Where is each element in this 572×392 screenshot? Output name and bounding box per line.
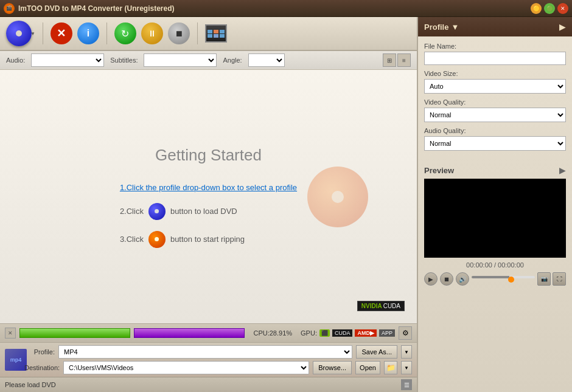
left-panel: ▼ ✕ i ↻ ⏸ ⏹ Audio: Subtitles: bbox=[0, 17, 417, 392]
step-3: 3.Click button to start ripping bbox=[120, 231, 297, 248]
file-name-input[interactable] bbox=[424, 52, 566, 65]
profile-panel-header: Profile ▼ ▶ bbox=[418, 17, 572, 36]
profile-panel-title: Profile ▼ bbox=[424, 22, 459, 32]
play-button[interactable]: ▶ bbox=[424, 272, 438, 286]
gpu-info: GPU: ⬛ CUDA AMD▶ APP bbox=[301, 329, 395, 337]
folder-button[interactable]: 📁 bbox=[384, 361, 397, 374]
snapshot-button[interactable]: 📷 bbox=[537, 272, 551, 286]
step3-post: button to start ripping bbox=[170, 235, 245, 244]
step-1: 1.Click the profile drop-down box to sel… bbox=[120, 183, 297, 192]
file-icon-img: mp4 bbox=[5, 349, 27, 371]
fullscreen-button[interactable]: ⛶ bbox=[553, 272, 566, 286]
amd-badge: AMD▶ bbox=[355, 329, 377, 337]
titlebar: 🎬 ImTOO DVD to MP4 Converter (Unregister… bbox=[0, 0, 572, 17]
preview-expand-button[interactable]: ▶ bbox=[559, 165, 566, 175]
profile-select[interactable]: MP4 bbox=[58, 345, 352, 359]
watermark-disc bbox=[307, 167, 368, 227]
minimize-button[interactable]: 🟡 bbox=[531, 3, 542, 14]
toolbar: ▼ ✕ i ↻ ⏸ ⏹ bbox=[0, 17, 417, 51]
filmstrip-icon bbox=[208, 30, 225, 38]
cuda-badge: NVIDIA CUDA bbox=[357, 301, 405, 311]
maximize-button[interactable]: 🟢 bbox=[544, 3, 555, 14]
grid-view-button[interactable]: ⊞ bbox=[383, 53, 396, 67]
load-dvd-dropdown-arrow[interactable]: ▼ bbox=[30, 31, 35, 36]
angle-select[interactable] bbox=[248, 53, 285, 67]
folder-dropdown[interactable]: ▼ bbox=[401, 361, 412, 374]
preview-controls: ▶ ⏹ 🔊 📷 ⛶ bbox=[424, 272, 566, 286]
file-name-row: File Name: bbox=[424, 43, 566, 65]
titlebar-title: ImTOO DVD to MP4 Converter (Unregistered… bbox=[18, 4, 175, 13]
video-size-select[interactable]: Auto320x240640x480720x4801280x720 bbox=[424, 79, 566, 94]
volume-button[interactable]: 🔊 bbox=[456, 272, 469, 286]
pause-button[interactable]: ⏸ bbox=[141, 22, 163, 44]
getting-started-title: Getting Started bbox=[155, 146, 262, 165]
file-icon-text: mp4 bbox=[10, 357, 22, 363]
cuda-label: CUDA bbox=[383, 303, 400, 309]
load-dvd-inner bbox=[16, 30, 22, 36]
destination-select[interactable]: C:\Users\VMS\Videos bbox=[63, 361, 309, 374]
audio-label: Audio: bbox=[6, 57, 25, 64]
audio-quality-select[interactable]: NormalHighLowCustomized bbox=[424, 136, 566, 151]
close-button[interactable]: ✕ bbox=[557, 3, 568, 14]
list-view-button[interactable]: ≡ bbox=[397, 53, 411, 67]
right-panel: Profile ▼ ▶ File Name: Video Size: Auto3… bbox=[417, 17, 572, 392]
profile-row: Profile: MP4 Save As... ▼ bbox=[24, 345, 412, 359]
destination-label: Destination: bbox=[24, 364, 60, 371]
profile-expand-button[interactable]: ▶ bbox=[559, 22, 566, 32]
bottom-bar: ✕ CPU:28.91% GPU: ⬛ CUDA AMD▶ APP ⚙ bbox=[0, 323, 417, 342]
cpu-info: CPU:28.91% bbox=[253, 329, 292, 337]
volume-slider-container bbox=[472, 276, 535, 283]
subtitles-label: Subtitles: bbox=[110, 57, 138, 64]
save-as-button[interactable]: Save As... bbox=[356, 345, 397, 359]
titlebar-controls: 🟡 🟢 ✕ bbox=[531, 3, 568, 14]
preview-section: Preview ▶ 00:00:00 / 00:00:00 ▶ ⏹ 🔊 📷 ⛶ bbox=[418, 159, 572, 292]
gpu-label: GPU: bbox=[301, 329, 317, 337]
step-2: 2.Click button to load DVD bbox=[120, 203, 297, 220]
settings-button[interactable]: ⚙ bbox=[399, 326, 412, 340]
load-dvd-button[interactable]: ▼ bbox=[6, 21, 35, 46]
stop-button[interactable]: ⏹ bbox=[168, 22, 190, 44]
volume-thumb[interactable] bbox=[508, 277, 514, 283]
video-quality-row: Video Quality: NormalHighLowCustomized bbox=[424, 98, 566, 122]
stop-process-button[interactable]: ✕ bbox=[51, 22, 72, 44]
view-buttons: ⊞ ≡ bbox=[383, 53, 411, 67]
steps-container: 1.Click the profile drop-down box to sel… bbox=[120, 183, 297, 248]
toolbar-separator-3 bbox=[197, 22, 198, 44]
file-name-label: File Name: bbox=[424, 43, 566, 50]
angle-label: Angle: bbox=[223, 57, 242, 64]
status-text: Please load DVD bbox=[5, 381, 56, 388]
cuda-button[interactable]: CUDA bbox=[332, 329, 353, 337]
progress-green bbox=[19, 328, 130, 338]
save-as-dropdown[interactable]: ▼ bbox=[401, 345, 412, 359]
subtitles-select[interactable] bbox=[144, 53, 217, 67]
main-container: ▼ ✕ i ↻ ⏸ ⏹ Audio: Subtitles: bbox=[0, 17, 572, 392]
preview-time: 00:00:00 / 00:00:00 bbox=[424, 261, 566, 269]
refresh-button[interactable]: ↻ bbox=[114, 22, 136, 44]
app-badge: APP bbox=[379, 329, 395, 337]
content-area: Getting Started 1.Click the profile drop… bbox=[0, 70, 417, 323]
load-dvd-icon bbox=[6, 21, 32, 46]
step3-pre: 3.Click bbox=[120, 235, 144, 244]
volume-slider[interactable] bbox=[472, 276, 535, 278]
step2-dvd-inner bbox=[155, 209, 159, 213]
progress-purple bbox=[134, 328, 245, 338]
watermark bbox=[307, 167, 368, 227]
audio-quality-label: Audio Quality: bbox=[424, 127, 566, 134]
watermark-inner bbox=[332, 191, 344, 203]
clear-button[interactable]: ✕ bbox=[5, 328, 16, 339]
nvidia-badge: ⬛ bbox=[319, 329, 330, 337]
video-quality-select[interactable]: NormalHighLowCustomized bbox=[424, 108, 566, 122]
audio-select[interactable] bbox=[31, 53, 104, 67]
profile-dropdown-arrow[interactable]: ▼ bbox=[451, 22, 459, 32]
browse-button[interactable]: Browse... bbox=[313, 361, 352, 374]
stop-preview-button[interactable]: ⏹ bbox=[440, 272, 453, 286]
status-icon: ☰ bbox=[401, 379, 412, 390]
video-quality-label: Video Quality: bbox=[424, 98, 566, 106]
step1-link[interactable]: 1.Click the profile drop-down box to sel… bbox=[120, 183, 297, 192]
filmstrip-button[interactable] bbox=[205, 24, 227, 43]
titlebar-left: 🎬 ImTOO DVD to MP4 Converter (Unregister… bbox=[4, 3, 175, 14]
open-button[interactable]: Open bbox=[355, 361, 380, 374]
info-button[interactable]: i bbox=[77, 22, 99, 44]
preview-title: Preview bbox=[424, 166, 454, 175]
video-size-row: Video Size: Auto320x240640x480720x480128… bbox=[424, 70, 566, 94]
